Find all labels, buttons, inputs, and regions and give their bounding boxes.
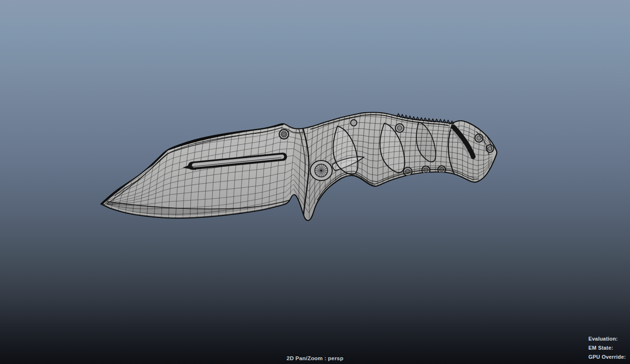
pivot-center <box>320 170 323 172</box>
knife-wireframe-model[interactable] <box>0 0 630 364</box>
hud-em-state-label: EM State: <box>588 345 626 351</box>
pan-zoom-status-label: 2D Pan/Zoom : persp <box>0 355 630 361</box>
maya-3d-viewport[interactable]: Evaluation: EM State: GPU Override: 2D P… <box>0 0 630 364</box>
hud-evaluation-label: Evaluation: <box>588 336 626 342</box>
